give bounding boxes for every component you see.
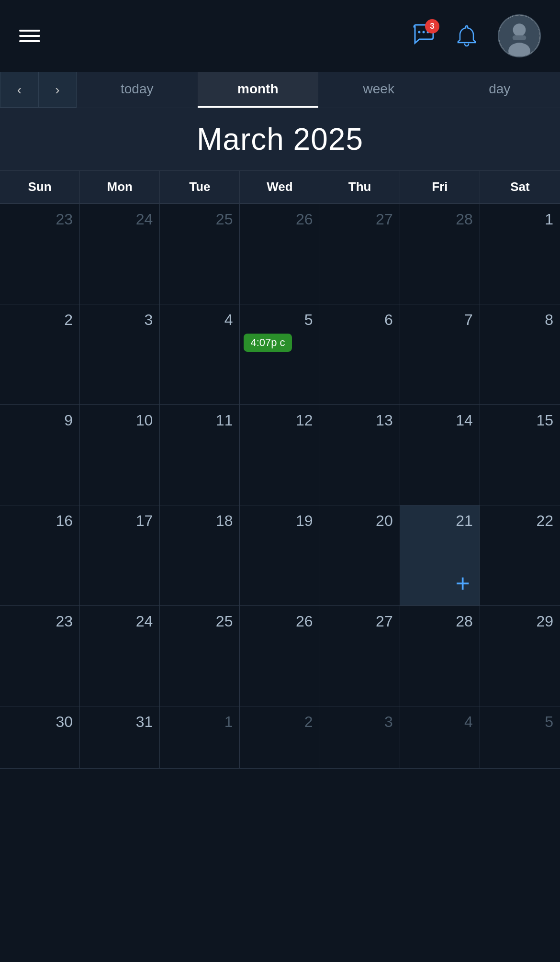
- table-row[interactable]: 25: [160, 606, 240, 706]
- table-row[interactable]: 27: [320, 204, 400, 304]
- table-row[interactable]: 16: [0, 505, 80, 606]
- prev-button[interactable]: ‹: [0, 72, 38, 108]
- calendar-grid: 23 24 25 26 27 28 1 2 3 4 5 4:07p c 6 7 …: [0, 203, 560, 769]
- table-row[interactable]: 29: [480, 606, 560, 706]
- svg-rect-6: [513, 35, 526, 40]
- header-mon: Mon: [80, 171, 160, 203]
- tab-day[interactable]: day: [439, 72, 560, 108]
- next-button[interactable]: ›: [38, 72, 77, 108]
- table-row[interactable]: 1: [480, 204, 560, 304]
- table-row[interactable]: 26: [240, 606, 320, 706]
- table-row[interactable]: 30: [0, 706, 80, 769]
- table-row[interactable]: 23: [0, 204, 80, 304]
- app-header: 3: [0, 0, 560, 72]
- tab-month[interactable]: month: [198, 72, 319, 108]
- table-row[interactable]: 2: [240, 706, 320, 769]
- calendar: Sun Mon Tue Wed Thu Fri Sat 23 24 25 26 …: [0, 170, 560, 769]
- table-row[interactable]: 17: [80, 505, 160, 606]
- svg-point-1: [423, 31, 425, 34]
- table-row[interactable]: 7: [400, 304, 480, 405]
- table-row[interactable]: 13: [320, 405, 400, 505]
- header-right: 3: [412, 14, 541, 57]
- navigation-bar: ‹ › today month week day: [0, 72, 560, 108]
- table-row[interactable]: 5: [480, 706, 560, 769]
- table-row[interactable]: 23: [0, 606, 80, 706]
- view-tabs: today month week day: [77, 72, 560, 108]
- tab-week[interactable]: week: [318, 72, 439, 108]
- table-row[interactable]: 3: [80, 304, 160, 405]
- messages-button[interactable]: 3: [412, 23, 436, 49]
- nav-arrows: ‹ ›: [0, 72, 77, 108]
- header-sat: Sat: [480, 171, 560, 203]
- calendar-event[interactable]: 4:07p c: [244, 334, 291, 352]
- table-row[interactable]: 20: [320, 505, 400, 606]
- svg-point-0: [418, 31, 421, 34]
- table-row[interactable]: 14: [400, 405, 480, 505]
- hamburger-menu[interactable]: [19, 30, 40, 42]
- table-row[interactable]: 22: [480, 505, 560, 606]
- notifications-button[interactable]: [455, 24, 479, 48]
- table-row[interactable]: 5 4:07p c: [240, 304, 320, 405]
- table-row[interactable]: 9: [0, 405, 80, 505]
- header-sun: Sun: [0, 171, 80, 203]
- table-row[interactable]: 6: [320, 304, 400, 405]
- table-row[interactable]: 3: [320, 706, 400, 769]
- month-title: March 2025: [0, 108, 560, 170]
- table-row[interactable]: 24: [80, 606, 160, 706]
- table-row[interactable]: 25: [160, 204, 240, 304]
- table-row[interactable]: 2: [0, 304, 80, 405]
- user-avatar[interactable]: [498, 14, 541, 57]
- table-row[interactable]: 4: [160, 304, 240, 405]
- table-row[interactable]: 12: [240, 405, 320, 505]
- table-row[interactable]: 4: [400, 706, 480, 769]
- header-wed: Wed: [240, 171, 320, 203]
- header-tue: Tue: [160, 171, 240, 203]
- table-row[interactable]: 27: [320, 606, 400, 706]
- table-row[interactable]: 28: [400, 204, 480, 304]
- table-row[interactable]: 19: [240, 505, 320, 606]
- header-thu: Thu: [320, 171, 400, 203]
- add-event-button[interactable]: +: [455, 571, 470, 596]
- table-row[interactable]: 11: [160, 405, 240, 505]
- svg-point-4: [513, 23, 526, 36]
- table-row[interactable]: 18: [160, 505, 240, 606]
- table-row[interactable]: 28: [400, 606, 480, 706]
- table-row[interactable]: 8: [480, 304, 560, 405]
- table-row[interactable]: 31: [80, 706, 160, 769]
- table-row[interactable]: 26: [240, 204, 320, 304]
- table-row[interactable]: 24: [80, 204, 160, 304]
- tab-today[interactable]: today: [77, 72, 198, 108]
- table-row[interactable]: 10: [80, 405, 160, 505]
- day-headers: Sun Mon Tue Wed Thu Fri Sat: [0, 170, 560, 203]
- message-badge: 3: [425, 19, 439, 34]
- table-row[interactable]: 1: [160, 706, 240, 769]
- table-row[interactable]: 21 +: [400, 505, 480, 606]
- header-fri: Fri: [400, 171, 480, 203]
- table-row[interactable]: 15: [480, 405, 560, 505]
